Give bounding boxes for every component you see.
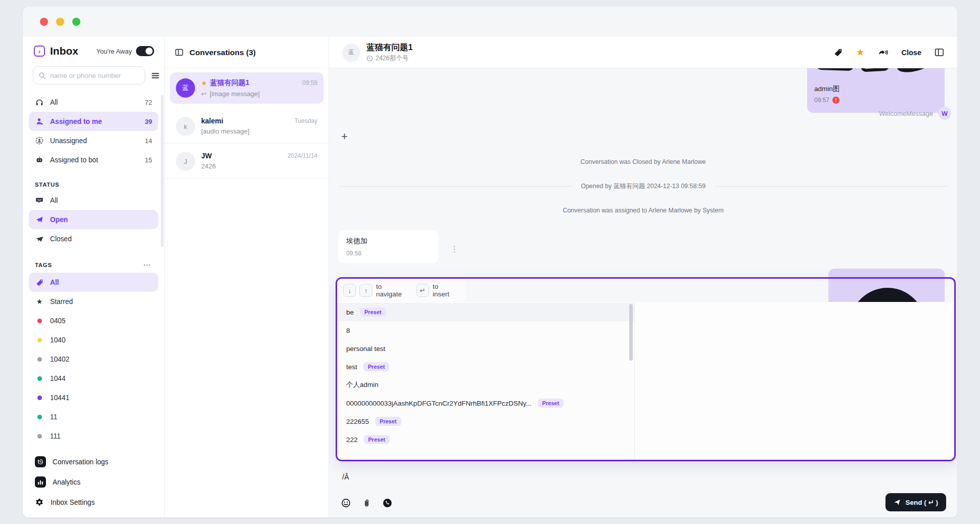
sidebar: › Inbox You're Away All 72 bbox=[23, 37, 164, 517]
preset-list-item[interactable]: be Preset bbox=[337, 303, 634, 321]
close-window-button[interactable] bbox=[40, 18, 48, 26]
tag-item[interactable]: 1040 bbox=[29, 330, 158, 350]
plus-icon[interactable]: + bbox=[341, 130, 348, 143]
minimize-window-button[interactable] bbox=[56, 18, 64, 26]
preset-list-scrollbar[interactable] bbox=[629, 304, 633, 361]
whatsapp-icon[interactable] bbox=[383, 498, 392, 508]
status-item-all[interactable]: All bbox=[29, 191, 158, 210]
conversations-title: Conversations (3) bbox=[190, 48, 256, 57]
message-menu-icon[interactable]: ⋮ bbox=[450, 244, 458, 254]
conversation-preview: [audio message] bbox=[201, 127, 249, 135]
preset-badge: Preset bbox=[360, 308, 386, 317]
sidebar-item-analytics[interactable]: Analytics bbox=[29, 472, 158, 492]
tag-item[interactable]: 10441 bbox=[29, 388, 158, 407]
history-icon bbox=[35, 456, 46, 467]
analytics-icon bbox=[35, 476, 46, 488]
tag-item[interactable]: 1044 bbox=[29, 369, 158, 388]
preset-list-item[interactable]: 个人admin bbox=[337, 376, 634, 394]
filter-icon[interactable] bbox=[151, 71, 160, 80]
reply-icon: ↩ bbox=[201, 90, 207, 98]
conversation-name: JW bbox=[201, 152, 212, 160]
message-time: 09:57 bbox=[814, 97, 829, 104]
tag-item-starred[interactable]: ★ Starred bbox=[29, 292, 158, 311]
preset-list-item[interactable]: 222655 Preset bbox=[337, 412, 634, 430]
sidebar-item-conversation-logs[interactable]: Conversation logs bbox=[29, 452, 158, 472]
availability-toggle[interactable] bbox=[136, 46, 154, 56]
text-message-bubble: 埃德加 09:58 bbox=[338, 230, 438, 264]
tags-menu-icon[interactable]: ⋯ bbox=[143, 260, 151, 270]
sidebar-item-inbox-settings[interactable]: Inbox Settings bbox=[29, 492, 158, 512]
conversations-panel: Conversations (3) 蓝 ★ 蓝猫有问题1 09:59 ↩ [im… bbox=[164, 37, 329, 517]
preset-badge: Preset bbox=[375, 417, 401, 426]
emoji-icon[interactable] bbox=[341, 498, 351, 508]
conversation-list-item[interactable]: k kalemi Tuesday [audio message] bbox=[165, 109, 329, 144]
system-message-divider: Opened by 蓝猫有问题 2024-12-13 09:58:59 bbox=[338, 182, 948, 191]
sidebar-item-all[interactable]: All 72 bbox=[29, 93, 158, 112]
preset-list-item[interactable]: 000000000033jAashKpDFGTcnCr2YdFNrhBfi1XF… bbox=[337, 394, 634, 412]
preset-badge: Preset bbox=[364, 435, 390, 444]
navigate-hint-label: to navigate bbox=[376, 283, 409, 298]
search-icon bbox=[38, 72, 46, 79]
preset-list-item[interactable]: 222 Preset bbox=[337, 430, 634, 449]
tag-color-dot bbox=[35, 376, 44, 381]
tags-section-header: TAGS ⋯ bbox=[35, 260, 158, 270]
tag-color-dot bbox=[35, 357, 44, 362]
sidebar-item-assigned-to-bot[interactable]: Assigned to bot 15 bbox=[29, 150, 158, 169]
star-icon[interactable]: ★ bbox=[856, 47, 864, 58]
chat-avatar: 蓝 bbox=[342, 43, 360, 62]
search-input[interactable] bbox=[50, 72, 139, 79]
sidebar-item-assigned-to-me[interactable]: Assigned to me 39 bbox=[29, 112, 158, 131]
image-caption: admin图 bbox=[814, 84, 938, 94]
panel-toggle-icon[interactable] bbox=[935, 48, 944, 57]
count-badge: 14 bbox=[145, 137, 152, 145]
close-conversation-button[interactable]: Close bbox=[902, 49, 922, 57]
message-time: 09:58 bbox=[346, 250, 430, 257]
preset-list-item[interactable]: test Preset bbox=[337, 358, 634, 376]
status-item-open[interactable]: Open bbox=[29, 210, 158, 229]
conversation-time: 2024/11/14 bbox=[288, 152, 317, 159]
zoom-window-button[interactable] bbox=[72, 18, 80, 26]
person-icon bbox=[35, 117, 44, 125]
chat-title: 蓝猫有问题1 bbox=[366, 42, 413, 53]
tag-item[interactable]: 111 bbox=[29, 426, 158, 446]
status-section-header: STATUS bbox=[35, 182, 158, 188]
conversation-list-item[interactable]: J JW 2024/11/14 2426 bbox=[165, 144, 329, 179]
message-input[interactable]: /Â bbox=[342, 473, 349, 481]
chat-subtitle: 2426那个号 bbox=[376, 54, 408, 63]
sidebar-scrollbar[interactable] bbox=[161, 95, 164, 247]
status-item-closed[interactable]: Closed bbox=[29, 229, 158, 248]
tag-icon[interactable] bbox=[834, 48, 843, 57]
system-message: Conversation was assigned to Arlene Marl… bbox=[338, 207, 948, 214]
whatsapp-channel-icon bbox=[366, 55, 373, 62]
conversation-name: 蓝猫有问题1 bbox=[210, 78, 250, 88]
preset-preview-pane bbox=[635, 302, 954, 460]
avatar: J bbox=[176, 152, 195, 171]
sidebar-item-unassigned[interactable]: Unassigned 14 bbox=[29, 131, 158, 150]
forward-icon[interactable] bbox=[878, 48, 889, 57]
tag-item-all[interactable]: All bbox=[29, 273, 158, 292]
avatar: W bbox=[938, 107, 951, 120]
paper-plane-icon bbox=[894, 499, 901, 506]
star-icon: ★ bbox=[35, 297, 44, 305]
paperclip-icon[interactable] bbox=[363, 499, 370, 507]
message-image[interactable] bbox=[814, 68, 938, 82]
inbox-title: Inbox bbox=[50, 45, 78, 57]
conversation-list-item[interactable]: 蓝 ★ 蓝猫有问题1 09:59 ↩ [image message] bbox=[170, 72, 323, 104]
tag-color-dot bbox=[35, 396, 44, 400]
conversation-time: Tuesday bbox=[294, 117, 317, 124]
tag-item[interactable]: 11 bbox=[29, 407, 158, 426]
insert-hint-label: to insert bbox=[433, 283, 456, 298]
columns-icon[interactable] bbox=[175, 48, 183, 57]
error-icon[interactable]: ! bbox=[832, 97, 839, 104]
tag-item[interactable]: 10402 bbox=[29, 350, 158, 369]
sidebar-collapse-button[interactable]: › bbox=[34, 46, 45, 57]
tag-color-dot bbox=[35, 434, 44, 439]
tag-item[interactable]: 0405 bbox=[29, 311, 158, 330]
arrow-down-key-icon: ↓ bbox=[343, 284, 356, 297]
send-button[interactable]: Send ( ↵ ) bbox=[885, 493, 946, 511]
preset-list-item[interactable]: personal test bbox=[337, 339, 634, 358]
count-badge: 39 bbox=[145, 118, 152, 125]
conversation-name: kalemi bbox=[201, 117, 223, 125]
preset-list-item[interactable]: 8 bbox=[337, 321, 634, 339]
search-box[interactable] bbox=[33, 66, 145, 84]
